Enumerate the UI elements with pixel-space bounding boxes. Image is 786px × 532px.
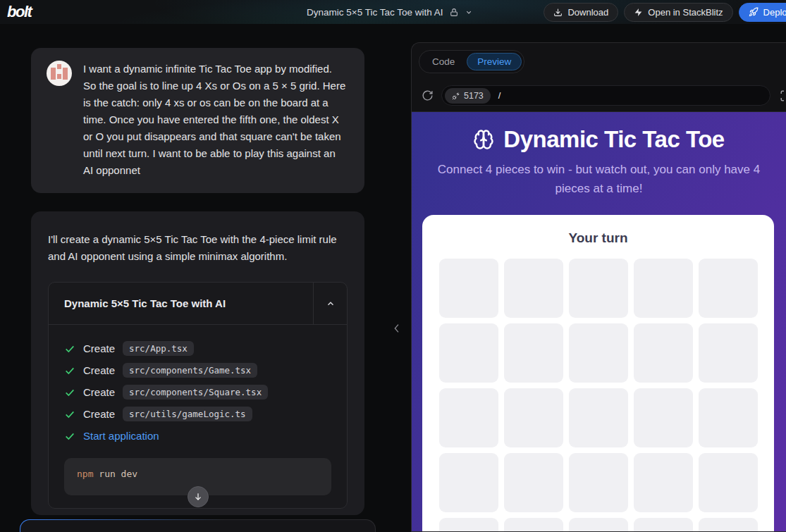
board-square[interactable] bbox=[504, 453, 563, 512]
project-title: Dynamic 5×5 Tic Tac Toe with AI bbox=[307, 7, 443, 18]
task-action-label: Create bbox=[83, 408, 115, 420]
board-square[interactable] bbox=[439, 259, 498, 318]
board-square[interactable] bbox=[699, 259, 758, 318]
board-square[interactable] bbox=[634, 388, 693, 447]
workbench-panel: Code Preview 5173 / Dynamic Tic Tac Toe bbox=[411, 42, 786, 532]
preview-url-bar: 5173 / bbox=[412, 80, 786, 112]
chevron-down-icon bbox=[465, 8, 473, 16]
download-label: Download bbox=[567, 7, 608, 18]
task-file-chip[interactable]: src/utils/gameLogic.ts bbox=[123, 407, 252, 421]
terminal-args: run dev bbox=[93, 469, 137, 479]
start-application-link[interactable]: Start application bbox=[83, 430, 159, 442]
app-title: Dynamic Tic Tac Toe bbox=[503, 125, 724, 154]
chat-prompt-input[interactable] bbox=[20, 519, 376, 532]
check-icon bbox=[64, 431, 75, 442]
board-square[interactable] bbox=[569, 259, 628, 318]
board-square[interactable] bbox=[439, 323, 498, 383]
task-list: Create src/App.tsx Create src/components… bbox=[49, 325, 347, 508]
chevron-up-icon bbox=[326, 299, 336, 309]
stackblitz-label: Open in StackBlitz bbox=[648, 7, 723, 18]
zap-icon bbox=[634, 8, 643, 17]
deploy-label: Deploy bbox=[763, 7, 786, 18]
terminal-cmd: npm bbox=[77, 469, 93, 479]
user-avatar bbox=[47, 61, 72, 86]
board-square[interactable] bbox=[504, 518, 563, 531]
top-bar: bolt Dynamic 5×5 Tic Tac Toe with AI Dow… bbox=[0, 0, 786, 24]
board-square[interactable] bbox=[699, 518, 758, 531]
board-square[interactable] bbox=[569, 518, 628, 531]
arrow-down-icon bbox=[193, 492, 203, 502]
bolt-logo[interactable]: bolt bbox=[7, 3, 31, 21]
rocket-icon bbox=[749, 7, 759, 17]
board-square[interactable] bbox=[634, 453, 693, 512]
scroll-to-bottom-button[interactable] bbox=[188, 486, 209, 507]
tab-code[interactable]: Code bbox=[422, 53, 465, 70]
board-square[interactable] bbox=[569, 453, 628, 512]
check-icon bbox=[64, 343, 75, 354]
lock-icon bbox=[450, 8, 459, 17]
port-badge[interactable]: 5173 bbox=[445, 88, 491, 104]
user-message-text: I want a dynamic infinite Tic Tac Toe ap… bbox=[83, 61, 346, 179]
app-title-row: Dynamic Tic Tac Toe bbox=[412, 125, 786, 154]
board-square[interactable] bbox=[504, 259, 563, 318]
refresh-icon[interactable] bbox=[422, 89, 434, 101]
task-card: Dynamic 5×5 Tic Tac Toe with AI Create s… bbox=[48, 282, 348, 509]
code-preview-segmented-control: Code Preview bbox=[419, 50, 524, 73]
board-square[interactable] bbox=[699, 388, 758, 447]
task-file-chip[interactable]: src/components/Game.tsx bbox=[123, 363, 257, 378]
fullscreen-icon[interactable] bbox=[780, 89, 786, 102]
project-title-menu[interactable]: Dynamic 5×5 Tic Tac Toe with AI bbox=[307, 0, 472, 24]
check-icon bbox=[64, 409, 75, 420]
task-action-label: Create bbox=[83, 364, 115, 376]
task-card-title: Dynamic 5×5 Tic Tac Toe with AI bbox=[49, 283, 313, 324]
workbench-tabs: Code Preview bbox=[412, 43, 786, 80]
panel-collapse-handle[interactable] bbox=[388, 313, 406, 344]
game-card: Your turn bbox=[422, 215, 774, 531]
user-message: I want a dynamic infinite Tic Tac Toe ap… bbox=[31, 48, 364, 193]
open-stackblitz-button[interactable]: Open in StackBlitz bbox=[624, 3, 732, 22]
board-square[interactable] bbox=[504, 388, 563, 447]
topbar-actions: Download Open in StackBlitz Deploy bbox=[544, 3, 786, 22]
task-action-label: Create bbox=[83, 342, 115, 354]
board-square[interactable] bbox=[569, 323, 628, 383]
start-application-row[interactable]: Start application bbox=[64, 425, 331, 447]
assistant-message: I'll create a dynamic 5×5 Tic Tac Toe wi… bbox=[31, 211, 364, 515]
task-file-row: Create src/components/Square.tsx bbox=[64, 381, 331, 403]
task-action-label: Create bbox=[83, 386, 115, 398]
plug-icon bbox=[452, 92, 460, 100]
collapse-task-card-button[interactable] bbox=[313, 283, 347, 324]
turn-status: Your turn bbox=[422, 230, 774, 246]
board-square[interactable] bbox=[504, 323, 563, 383]
chat-panel: I want a dynamic infinite Tic Tac Toe ap… bbox=[0, 24, 395, 532]
task-file-chip[interactable]: src/App.tsx bbox=[123, 341, 194, 356]
preview-viewport: Dynamic Tic Tac Toe Connect 4 pieces to … bbox=[412, 112, 786, 531]
board-square[interactable] bbox=[439, 453, 498, 512]
url-path: / bbox=[498, 90, 501, 101]
board-square[interactable] bbox=[439, 518, 498, 531]
board-square[interactable] bbox=[699, 453, 758, 512]
deploy-button[interactable]: Deploy bbox=[739, 3, 786, 22]
url-input[interactable]: 5173 / bbox=[441, 85, 770, 106]
board-square[interactable] bbox=[634, 518, 693, 531]
board-square[interactable] bbox=[569, 388, 628, 447]
board-square[interactable] bbox=[699, 323, 758, 383]
check-icon bbox=[64, 365, 75, 376]
task-file-chip[interactable]: src/components/Square.tsx bbox=[123, 385, 268, 400]
assistant-intro-text: I'll create a dynamic 5×5 Tic Tac Toe wi… bbox=[48, 231, 348, 265]
game-board bbox=[439, 259, 758, 531]
board-square[interactable] bbox=[439, 388, 498, 447]
task-file-row: Create src/utils/gameLogic.ts bbox=[64, 403, 331, 425]
brain-icon bbox=[473, 129, 494, 150]
app-subtitle: Connect 4 pieces to win - but watch out,… bbox=[421, 160, 777, 198]
check-icon bbox=[64, 387, 75, 398]
task-file-row: Create src/App.tsx bbox=[64, 338, 331, 359]
task-card-header: Dynamic 5×5 Tic Tac Toe with AI bbox=[49, 283, 347, 325]
board-square[interactable] bbox=[634, 259, 693, 318]
port-number: 5173 bbox=[464, 91, 484, 101]
task-file-row: Create src/components/Game.tsx bbox=[64, 359, 331, 381]
chevron-left-icon bbox=[391, 321, 403, 336]
board-square[interactable] bbox=[634, 323, 693, 383]
download-button[interactable]: Download bbox=[544, 3, 618, 22]
tab-preview[interactable]: Preview bbox=[467, 53, 522, 70]
download-icon bbox=[553, 8, 563, 17]
